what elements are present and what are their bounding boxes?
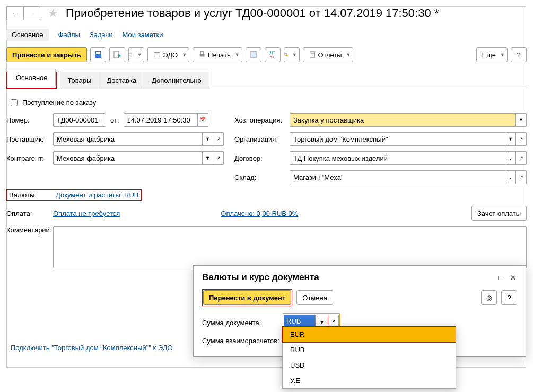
- contract-open-button[interactable]: ↗: [516, 151, 527, 165]
- supplier-field[interactable]: Меховая фабрика: [53, 132, 203, 146]
- dialog-title: Валюты и курс документа: [202, 272, 319, 283]
- dialog-close-icon[interactable]: ✕: [509, 273, 517, 282]
- section-tasks[interactable]: Задачи: [90, 31, 113, 39]
- comment-label: Комментарий:: [6, 226, 53, 234]
- org-label: Организация:: [234, 135, 290, 143]
- section-main[interactable]: Основное: [6, 29, 49, 41]
- currency-option-ue[interactable]: У.Е.: [283, 373, 456, 388]
- payment-link[interactable]: Оплата не требуется: [53, 210, 120, 217]
- nav-forward-button[interactable]: →: [23, 6, 40, 20]
- svg-rect-2: [114, 51, 119, 58]
- doc-sum-currency-field[interactable]: RUB: [284, 315, 316, 327]
- svg-rect-5: [154, 53, 160, 57]
- tab-main[interactable]: Основное: [8, 69, 56, 86]
- operation-label: Хоз. операция:: [234, 116, 290, 124]
- tab-delivery[interactable]: Доставка: [99, 72, 144, 89]
- section-files[interactable]: Файлы: [58, 31, 80, 39]
- help-button[interactable]: ?: [511, 47, 527, 62]
- section-notes[interactable]: Мои заметки: [123, 31, 163, 39]
- currency-link[interactable]: Документ и расчеты: RUB: [56, 191, 139, 199]
- print-button[interactable]: Печать▼: [193, 47, 242, 62]
- by-order-label: Поступление по заказу: [22, 99, 96, 107]
- number-label: Номер:: [6, 116, 53, 124]
- doc-sum-label: Сумма документа:: [202, 319, 283, 327]
- counterparty-dropdown-button[interactable]: ▼: [203, 151, 213, 165]
- date-field[interactable]: 14.07.2019 17:50:30: [124, 113, 198, 127]
- supplier-dropdown-button[interactable]: ▼: [203, 132, 213, 146]
- tab-goods[interactable]: Товары: [60, 72, 100, 89]
- from-label: от:: [110, 116, 119, 124]
- paid-link[interactable]: Оплачено: 0,00 RUB 0%: [221, 210, 298, 217]
- contract-label: Договор:: [234, 154, 290, 162]
- org-field[interactable]: Торговый дом "Комплексный": [290, 132, 505, 146]
- supplier-open-button[interactable]: ↗: [213, 132, 224, 146]
- comment-field[interactable]: [53, 226, 527, 268]
- reports-button[interactable]: Отчеты▼: [303, 47, 354, 62]
- svg-rect-13: [311, 55, 313, 55]
- nav-back-button[interactable]: ←: [6, 6, 23, 20]
- dialog-maximize-icon[interactable]: □: [496, 273, 504, 282]
- dialog-help-button[interactable]: ?: [501, 290, 517, 305]
- contract-field[interactable]: ТД Покупка меховых изделий: [290, 151, 505, 165]
- svg-rect-12: [311, 53, 313, 54]
- warehouse-label: Склад:: [234, 173, 290, 181]
- svg-rect-1: [96, 52, 100, 54]
- calendar-icon[interactable]: 📅: [198, 113, 208, 127]
- structure-button[interactable]: ▼: [284, 47, 300, 62]
- edo-button[interactable]: ЭДО▼: [147, 47, 189, 62]
- currency-option-usd[interactable]: USD: [283, 358, 456, 373]
- warehouse-more-button[interactable]: …: [505, 170, 516, 184]
- favorite-star-icon[interactable]: ★: [48, 6, 58, 20]
- save-button[interactable]: [90, 47, 106, 62]
- org-open-button[interactable]: ↗: [516, 132, 527, 146]
- currency-label: Валюты:: [9, 191, 56, 199]
- page-title: Приобретение товаров и услуг ТД00-000001…: [66, 6, 439, 20]
- settle-sum-label: Сумма взаиморасчетов:: [202, 337, 283, 345]
- currency-dropdown-list: EUR RUB USD У.Е.: [282, 326, 456, 389]
- currency-option-rub[interactable]: RUB: [283, 342, 456, 358]
- counterparty-label: Контрагент:: [6, 154, 53, 162]
- supplier-label: Поставщик:: [6, 135, 53, 143]
- warehouse-field[interactable]: Магазин "Меха": [290, 170, 505, 184]
- svg-point-10: [286, 55, 288, 57]
- svg-rect-8: [251, 51, 256, 58]
- svg-rect-4: [130, 54, 133, 56]
- apply-to-document-button[interactable]: Перенести в документ: [203, 290, 291, 305]
- payment-label: Оплата:: [6, 210, 53, 217]
- org-dropdown-button[interactable]: ▼: [505, 132, 516, 146]
- currency-option-eur[interactable]: EUR: [283, 327, 456, 342]
- operation-dropdown-button[interactable]: ▼: [516, 113, 527, 127]
- files-button[interactable]: [246, 47, 261, 62]
- offset-payment-button[interactable]: Зачет оплаты: [471, 206, 527, 221]
- contract-more-button[interactable]: …: [505, 151, 516, 165]
- more-button[interactable]: Еще▼: [476, 47, 508, 62]
- cancel-button[interactable]: Отмена: [296, 290, 333, 305]
- svg-rect-7: [200, 52, 203, 54]
- operation-field[interactable]: Закупка у поставщика: [290, 113, 516, 127]
- by-order-checkbox[interactable]: [11, 99, 18, 106]
- post-button[interactable]: [109, 47, 125, 62]
- post-and-close-button[interactable]: Провести и закрыть: [6, 47, 87, 62]
- number-field[interactable]: ТД00-000001: [53, 113, 106, 127]
- create-based-on-button[interactable]: ▼: [128, 47, 144, 62]
- counterparty-open-button[interactable]: ↗: [213, 151, 224, 165]
- pin-button[interactable]: ◎: [481, 290, 497, 305]
- warehouse-open-button[interactable]: ↗: [516, 170, 527, 184]
- dtkt-button[interactable]: ДтКт: [265, 47, 281, 62]
- tab-extra[interactable]: Дополнительно: [144, 72, 209, 89]
- counterparty-field[interactable]: Меховая фабрика: [53, 151, 203, 165]
- connect-edo-link[interactable]: Подключить "Торговый дом "Комплексный"" …: [11, 344, 173, 352]
